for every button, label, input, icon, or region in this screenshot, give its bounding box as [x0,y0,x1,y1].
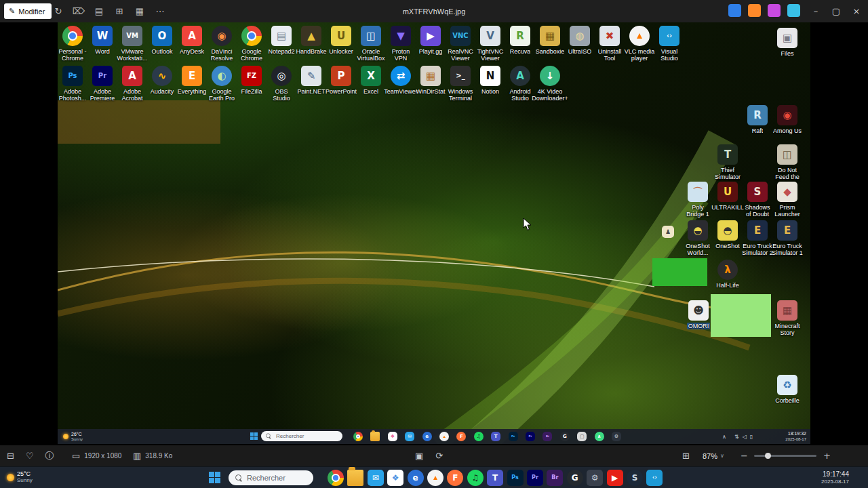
desktop-icon-thief-simulator[interactable]: TThief Simulator [712,144,743,181]
github-taskbar-icon[interactable]: G [567,470,583,486]
desktop-icon-prism-launcher[interactable]: ◆Prism Launcher [772,182,803,218]
desktop-icon-windirstat[interactable]: ▦WinDirStat [415,66,446,95]
desktop-icon-proton-vpn[interactable]: ▼Proton VPN [385,26,416,62]
desktop-icon-do-not-feed-the-monkeys[interactable]: ◫Do Not Feed the Monkeys [772,144,803,182]
zoom-out-button[interactable]: − [741,451,748,461]
vscode-taskbar-icon[interactable]: ‹› [646,470,663,486]
steam-taskbar-icon[interactable]: S [627,470,643,486]
desktop-icon-ultrakill[interactable]: UULTRAKILL [712,182,743,211]
desktop-icon-vlc-media-player[interactable]: VLC media player [624,26,655,62]
share-app-blue-icon[interactable] [728,4,741,17]
desktop-icon-android-studio[interactable]: AAndroid Studio [505,66,536,102]
bridge-taskbar-icon[interactable]: Br [547,470,563,486]
desktop-icon-excel[interactable]: XExcel [355,66,387,95]
desktop-icon-files[interactable]: ▣Files [772,28,803,57]
weather-widget[interactable]: 25°C Sunny [7,467,33,488]
hidden-icons-chevron[interactable]: ∧ [722,429,726,444]
desktop-icon-corbeille[interactable]: ♻Corbeille [772,375,803,404]
desktop-icon-windows-terminal[interactable]: >_Windows Terminal [445,66,476,102]
photoshop-taskbar-icon[interactable]: Ps [507,470,524,486]
desktop-icon-anydesk[interactable]: AAnyDesk [176,26,208,55]
premiere-taskbar-icon[interactable]: Pr [526,432,535,441]
desktop-icon-visual-studio-code[interactable]: ‹›Visual Studio Code [654,26,685,63]
desktop-icon-filezilla[interactable]: FZFileZilla [236,66,267,95]
zoom-slider-track[interactable] [754,455,816,457]
firefox-taskbar-icon[interactable]: F [456,432,466,441]
desktop-icon-euro-truck-simulator-2[interactable]: EEuro Truck Simulator 2 [742,220,773,257]
network-icon[interactable]: ⇅ [734,434,739,440]
desktop-icon-minecraft-story-mode[interactable]: ▦Minecraft Story Mode [772,300,803,338]
desktop-icon-obs-studio[interactable]: ◎OBS Studio [266,66,297,102]
desktop-icon-vmware-workstati[interactable]: VMVMware Workstati... [117,26,148,62]
desktop-icon-word[interactable]: WWord [87,26,118,55]
inner-start-button[interactable] [250,432,258,440]
photoshop-taskbar-icon[interactable]: Ps [509,432,518,441]
fullscreen-icon[interactable]: ▣ [415,451,423,461]
info-icon[interactable]: ⓘ [45,450,54,462]
toolbar-gallery-icon[interactable]: ▦ [134,5,145,18]
desktop-icon-paint-net[interactable]: ✎Paint.NET [296,66,327,95]
desktop-icon-tightvnc-viewer[interactable]: VTightVNC Viewer [475,26,506,62]
toolbar-copy-icon[interactable]: ⊞ [114,5,125,18]
teams-taskbar-icon[interactable]: T [487,470,503,486]
desktop-icon-uninstall-tool[interactable]: ✖Uninstall Tool [594,26,625,62]
youtube-taskbar-icon[interactable]: ▶ [607,470,623,486]
spotify-taskbar-icon[interactable]: ♫ [467,470,484,486]
desktop-icon-adobe-photosh[interactable]: PsAdobe Photosh... [58,66,88,102]
mail-taskbar-icon[interactable]: ✉ [405,432,414,441]
settings-taskbar-icon[interactable]: ⚙ [587,470,603,486]
niko-sprite-wrap[interactable]: ♟ [662,226,674,238]
desktop-icon-personal-chrome[interactable]: Personal - Chrome [58,26,88,62]
zoom-slider[interactable] [754,445,816,466]
volume-icon[interactable]: ◁ [743,434,747,440]
desktop-icon-adobe-premiere-p[interactable]: PrAdobe Premiere P... [87,66,118,103]
desktop-icon-half-life[interactable]: λHalf-Life [712,260,743,289]
edge-taskbar-icon[interactable]: e [422,432,432,441]
slideshow-icon[interactable]: ⟳ [435,451,443,461]
desktop-icon-google-earth-pro[interactable]: ◐Google Earth Pro [206,66,237,102]
photos-taskbar-icon[interactable]: ❖ [387,470,403,486]
desktop-icon-teamviewer[interactable]: ⇄TeamViewer [385,66,416,95]
taskbar-search-box[interactable]: Rechercher [229,470,313,485]
desktop-icon-ultraiso[interactable]: ◍UltraISO [564,26,595,55]
desktop-icon-oneshot-world[interactable]: ◓OneShot World... [682,220,713,257]
toolbar-delete-icon[interactable]: ⌦ [73,5,84,18]
file-explorer-taskbar-icon[interactable] [347,470,363,486]
premiere-taskbar-icon[interactable]: Pr [527,470,543,486]
desktop-icon-playit-gg[interactable]: ▶Playit.gg [415,26,446,55]
desktop-icon-oracle-virtualbox[interactable]: ◫Oracle VirtualBox [355,26,387,62]
inner-clock[interactable]: 18:19:32 2025-08-17 [785,429,806,444]
favorite-icon[interactable]: ♡ [26,451,34,461]
vlc-taskbar-icon[interactable] [439,432,449,441]
desktop-icon-notion[interactable]: NNotion [475,66,506,95]
desktop-icon-powerpoint[interactable]: PPowerPoint [326,66,357,95]
inner-weather-widget[interactable]: 26°C Sunny [63,429,83,444]
desktop-icon-4k-video-downloader[interactable]: ↓4K Video Downloader+ [534,66,566,102]
desktop-icon-outlook[interactable]: OOutlook [146,26,178,55]
minimize-button[interactable]: – [806,0,826,22]
toolbar-print-icon[interactable]: ▤ [94,5,104,18]
zoom-in-button[interactable]: + [823,451,831,461]
chrome-taskbar-icon[interactable] [328,470,344,486]
edge-taskbar-icon[interactable]: e [408,470,424,486]
desktop-icon-unlocker[interactable]: UUnlocker [326,26,357,55]
share-app-orange-icon[interactable] [748,4,761,17]
desktop-icon-realvnc-viewer[interactable]: VNCRealVNC Viewer [445,26,476,62]
desktop-icon-audacity[interactable]: ∿Audacity [146,66,178,95]
desktop-icon-handbrake[interactable]: ▲HandBrake [296,26,327,55]
desktop-icon-recuva[interactable]: RRecuva [505,26,536,55]
desktop-icon-notepad2[interactable]: ▤Notepad2 [266,26,297,55]
file-explorer-taskbar-icon[interactable] [370,432,380,441]
taskbar-clock[interactable]: 19:17:44 2025-08-17 [821,467,849,488]
toolbar-more-icon[interactable]: ⋯ [155,5,165,18]
github-taskbar-icon[interactable]: G [560,432,570,441]
inner-search-box[interactable]: Rechercher [261,431,342,441]
zoom-level-dropdown[interactable]: 87% ∨ [703,445,724,466]
share-app-purple-icon[interactable] [768,4,781,17]
desktop-icon-sandboxie[interactable]: ▦Sandboxie [534,26,566,55]
desktop-icon-everything[interactable]: EEverything [176,66,208,95]
start-button[interactable] [209,472,220,483]
close-button[interactable]: × [846,0,867,22]
share-app-cyan-icon[interactable] [787,4,800,17]
desktop-icon-oneshot[interactable]: ◓OneShot [712,220,743,249]
